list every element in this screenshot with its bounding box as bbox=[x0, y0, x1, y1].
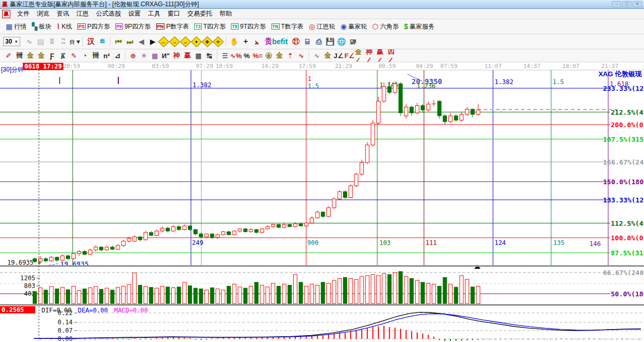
angle-mirror-tool[interactable]: ⊿ bbox=[112, 51, 123, 61]
diamond-compress-button[interactable]: ✦ bbox=[191, 36, 202, 47]
menu-item-7[interactable]: 窗口 bbox=[164, 9, 184, 18]
gann-level-label: 112.5%(45) bbox=[611, 220, 644, 227]
crosshair-tool[interactable]: ＋ bbox=[240, 36, 251, 47]
sector-button[interactable]: ▚板块 bbox=[29, 21, 54, 32]
calendar-tool[interactable]: ㉑ bbox=[290, 36, 302, 47]
web-tool[interactable]: 🌐 bbox=[336, 36, 347, 47]
winner-wheel-button[interactable]: ◉赢家轮 bbox=[338, 21, 369, 32]
candle-style-tool[interactable]: ⍾ ▾ bbox=[69, 36, 80, 47]
price-arrow-tool[interactable]: ⇡ bbox=[285, 51, 296, 61]
menu-item-2[interactable]: 资讯 bbox=[53, 9, 73, 18]
winner-service-button[interactable]: $赢家服务 bbox=[402, 21, 437, 32]
winner-wheel-button-icon: ◉ bbox=[340, 23, 347, 30]
hanzi-tool[interactable]: 汉 bbox=[85, 36, 97, 47]
spiral-tool[interactable]: ፩ bbox=[58, 51, 68, 61]
time-circle-tool[interactable]: ◔ bbox=[79, 51, 90, 61]
chart-canvas[interactable]: 20:5900:2903:5907:2910:5914:2917:5921:29… bbox=[0, 62, 644, 342]
gold-line-tool[interactable]: 金 bbox=[274, 51, 285, 61]
diamond-full-button[interactable]: ✛ bbox=[213, 36, 224, 47]
f-comb-tool[interactable]: Ƒ bbox=[47, 51, 58, 61]
minimize-button[interactable]: – bbox=[612, 1, 621, 7]
width-arrows-tool[interactable]: ↹ bbox=[204, 51, 215, 61]
hand-tool[interactable]: ✋ bbox=[228, 36, 240, 47]
gold-angle-tool[interactable]: 金∠ bbox=[355, 51, 366, 61]
gold-comb-tool[interactable]: 金 bbox=[25, 51, 36, 61]
angle-measure-tool[interactable]: ⦛ bbox=[251, 36, 263, 47]
ying-angle-tool[interactable]: 赢∠ bbox=[377, 51, 388, 61]
t-square-button[interactable]: T3T四方形 bbox=[191, 21, 228, 32]
save-tool[interactable]: 💾 bbox=[324, 36, 336, 47]
j-angle-tool[interactable]: J∠ bbox=[333, 51, 344, 61]
brain-tool[interactable]: befit bbox=[274, 36, 285, 47]
main-toolbar: ▦行情▚板块⌇K线PSP四方形P99P四方形PNP数字表T3T四方形T99T四方… bbox=[0, 19, 644, 34]
bars3-tool[interactable]: ʬ bbox=[46, 36, 58, 47]
gold-box-tool[interactable]: 金 bbox=[322, 51, 333, 61]
menu-item-1[interactable]: 浏览 bbox=[33, 9, 53, 18]
comb-plain-tool[interactable]: 卌 bbox=[90, 51, 101, 61]
percent-slash-tool[interactable]: ∿% bbox=[230, 51, 241, 61]
chart-area[interactable]: 20:5900:2903:5907:2910:5914:2917:5921:29… bbox=[0, 62, 644, 342]
diamond-hswap-button[interactable]: ↔ bbox=[180, 36, 191, 47]
calculator-tool[interactable]: ⌸ bbox=[302, 36, 313, 47]
menu-item-3[interactable]: 江恩 bbox=[73, 9, 92, 18]
number-grid-tool[interactable]: ▦ bbox=[193, 51, 204, 61]
diamond-expand-button[interactable]: ✥ bbox=[202, 36, 213, 47]
brush2-tool[interactable]: ✎ bbox=[68, 51, 79, 61]
color-chart-tool[interactable]: ≝ bbox=[97, 36, 108, 47]
ying-grid-tool[interactable]: 赢 bbox=[182, 51, 193, 61]
quotes-button[interactable]: ▦行情 bbox=[3, 21, 29, 32]
first-bar-button[interactable]: ⏮ bbox=[113, 36, 124, 47]
diamond-right-button[interactable]: → bbox=[169, 36, 180, 47]
brush-tool[interactable]: ✐ bbox=[3, 51, 14, 61]
shen-grid-tool[interactable]: 神 bbox=[171, 51, 182, 61]
star-grid-tool[interactable]: ✳ bbox=[139, 51, 149, 61]
bars9-tool[interactable]: ʭ bbox=[58, 36, 69, 47]
menu-item-9[interactable]: 帮助 bbox=[216, 9, 236, 18]
comb-tool[interactable]: 卌 bbox=[14, 51, 25, 61]
gann-wheel-button[interactable]: ◎江恩轮 bbox=[306, 21, 338, 32]
hexagon-button[interactable]: ⬡六角形 bbox=[369, 21, 401, 32]
n2-comb-tool[interactable]: n² bbox=[101, 51, 112, 61]
diamond-left-button[interactable]: ← bbox=[158, 36, 169, 47]
gann-level-label: 200.0%(0) bbox=[611, 121, 644, 129]
volume-bar bbox=[50, 286, 53, 304]
gann-wheel-button-icon: ◎ bbox=[309, 23, 315, 30]
close-button[interactable]: ✕ bbox=[633, 1, 642, 7]
last-bar-button[interactable]: ⏭ bbox=[124, 36, 135, 47]
four-angle-tool[interactable]: 四∠ bbox=[388, 51, 399, 61]
p-square-button[interactable]: PSP四方形 bbox=[75, 21, 113, 32]
next-bar-button[interactable]: ▶ bbox=[147, 36, 158, 47]
9t-square-button[interactable]: T99T四方形 bbox=[228, 21, 269, 32]
circle-cross-tool[interactable]: ⊕ bbox=[128, 51, 139, 61]
period-selector[interactable]: 30▼ bbox=[3, 37, 20, 46]
shen-angle-tool[interactable]: 神∠ bbox=[366, 51, 377, 61]
prev-bar-button[interactable]: ◀ bbox=[135, 36, 147, 47]
percent-tool[interactable]: % bbox=[241, 51, 252, 61]
menu-item-8[interactable]: 交易委托 bbox=[184, 9, 216, 18]
percent-line-tool[interactable]: %= bbox=[252, 51, 263, 61]
menu-item-0[interactable]: 文件 bbox=[13, 9, 33, 18]
remote-tool[interactable]: 🖳 bbox=[347, 36, 359, 47]
volume-bar bbox=[210, 288, 214, 304]
menu-item-4[interactable]: 公式选股 bbox=[92, 9, 125, 18]
percent-table-tool[interactable]: ☰ bbox=[220, 51, 230, 61]
wave2-tool[interactable]: ∿ bbox=[311, 51, 322, 61]
trend-mark-tool[interactable]: И" bbox=[160, 51, 171, 61]
crosshair-time-badge: 0618 17:29 bbox=[23, 63, 63, 70]
f-angle-tool[interactable]: F∠ bbox=[344, 51, 355, 61]
t-number-button[interactable]: TNT数字表 bbox=[269, 21, 306, 32]
9p-square-button[interactable]: P99P四方形 bbox=[113, 21, 154, 32]
p-number-button[interactable]: PNP数字表 bbox=[154, 21, 192, 32]
notepad-tool[interactable]: ⎙ bbox=[313, 36, 324, 47]
menu-item-5[interactable]: 设置 bbox=[125, 9, 144, 18]
box-grid-tool[interactable]: ▩ bbox=[149, 51, 160, 61]
p-square-button-icon: PS bbox=[77, 23, 86, 30]
maximize-button[interactable]: ▢ bbox=[622, 1, 632, 7]
note-tool[interactable]: ▤ bbox=[35, 36, 46, 47]
kline-button[interactable]: ⌇K线 bbox=[54, 21, 75, 32]
gold-circle-tool[interactable]: ㊎ bbox=[263, 51, 274, 61]
zigzag-tool[interactable]: ∿ bbox=[23, 36, 35, 47]
menu-item-6[interactable]: 工具 bbox=[144, 9, 164, 18]
wave-box-tool[interactable]: ∿ bbox=[296, 51, 307, 61]
gold-comb2-tool[interactable]: 金 bbox=[36, 51, 47, 61]
